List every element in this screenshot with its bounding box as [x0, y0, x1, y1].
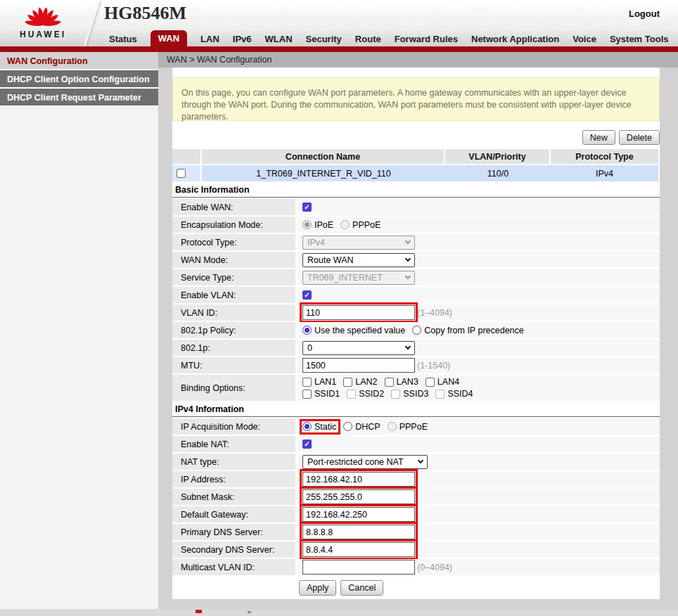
huawei-flower-icon	[22, 3, 64, 28]
logout-link[interactable]: Logout	[629, 8, 660, 19]
annotation-box	[300, 302, 418, 323]
field-label: IP Address:	[172, 471, 295, 487]
field-label: Multicast VLAN ID:	[172, 559, 295, 575]
tab-system-tools[interactable]: System Tools	[610, 31, 669, 47]
tab-route[interactable]: Route	[355, 31, 381, 47]
table-toolbar: New Delete	[172, 130, 660, 145]
sidebar-item-dhcp-client-option-configuration[interactable]: DHCP Client Option Configuration	[0, 70, 158, 89]
lan2-checkbox[interactable]: ✓	[343, 378, 352, 387]
field-label: Protocol Type:	[172, 234, 295, 250]
field-row-subnet-mask: Subnet Mask:	[172, 489, 660, 505]
field-row-protocol-type: Protocol Type: IPv4	[172, 234, 660, 250]
ssid4-checkbox: ✓	[435, 390, 444, 399]
connection-table: Connection Name VLAN/Priority Protocol T…	[172, 149, 660, 181]
connection-row-checkbox[interactable]: ✓	[177, 169, 186, 178]
lan4-checkbox[interactable]: ✓	[426, 378, 435, 387]
field-label: Encapsulation Mode:	[172, 217, 295, 233]
cell-protocol-type: IPv4	[551, 165, 658, 181]
copy-ip-precedence-radio[interactable]	[412, 326, 421, 335]
radio-label: PPPoE	[399, 422, 428, 432]
footer-text-fragment	[248, 611, 251, 613]
checkbox-label: LAN2	[355, 377, 377, 387]
apply-button[interactable]: Apply	[299, 580, 336, 596]
select-value: IPv4	[307, 238, 325, 248]
chevron-down-icon	[405, 344, 411, 349]
sidebar-item-dhcp-client-request-parameter[interactable]: DHCP Client Request Parameter	[0, 89, 158, 107]
field-row-secondary-dns: Secondary DNS Server:	[172, 541, 660, 558]
wan-mode-select[interactable]: Route WAN	[302, 253, 415, 267]
field-label: MTU:	[172, 357, 295, 373]
multicast-vlan-id-input[interactable]	[302, 560, 415, 575]
secondary-dns-input[interactable]	[302, 542, 415, 557]
pppoe-ip-radio	[388, 422, 397, 431]
checkbox-label: SSID1	[314, 389, 340, 399]
static-radio[interactable]	[302, 422, 312, 431]
dhcp-radio[interactable]	[343, 422, 352, 431]
field-row-service-type: Service Type: TR069_INTERNET	[172, 269, 660, 285]
table-header-connection-name: Connection Name	[202, 149, 445, 164]
service-type-select: TR069_INTERNET	[302, 271, 415, 285]
form-actions: Apply Cancel	[172, 577, 660, 596]
delete-button[interactable]: Delete	[619, 130, 660, 145]
checkbox-label: SSID4	[447, 389, 473, 399]
field-label: Service Type:	[172, 269, 295, 285]
section-ipv4-information: IPv4 Information	[172, 402, 660, 417]
mtu-input[interactable]	[302, 358, 415, 373]
tab-status[interactable]: Status	[109, 31, 137, 47]
field-row-nat-type: NAT type: Port-restricted cone NAT	[172, 454, 660, 470]
main-content: On this page, you can configure WAN port…	[158, 68, 678, 609]
table-header-checkbox-col	[172, 149, 202, 164]
ssid2-checkbox: ✓	[347, 390, 356, 399]
lan1-checkbox[interactable]: ✓	[302, 378, 312, 387]
field-label: 802.1p Policy:	[172, 322, 295, 338]
ssid1-checkbox[interactable]: ✓	[302, 390, 312, 399]
cell-connection-name: 1_TR069_INTERNET_R_VID_110	[202, 165, 445, 181]
tab-voice[interactable]: Voice	[573, 31, 596, 47]
field-hint: (0–4094)	[417, 563, 452, 572]
enable-wan-checkbox[interactable]: ✓	[302, 203, 312, 212]
chevron-down-icon	[405, 256, 411, 262]
field-label: Enable WAN:	[172, 199, 295, 215]
enable-vlan-checkbox[interactable]: ✓	[302, 290, 312, 300]
info-box: On this page, you can configure WAN port…	[172, 77, 660, 121]
tab-security[interactable]: Security	[306, 31, 342, 47]
field-hint: (1-1540)	[417, 361, 450, 371]
tab-wlan[interactable]: WLAN	[265, 31, 293, 47]
lan3-checkbox[interactable]: ✓	[385, 378, 394, 387]
checkbox-label: LAN3	[397, 377, 418, 387]
default-gateway-input[interactable]	[302, 507, 415, 522]
field-hint: (1–4094)	[417, 308, 452, 318]
primary-dns-input[interactable]	[302, 525, 415, 539]
pppoe-encap-radio	[340, 220, 350, 229]
nat-type-select[interactable]: Port-restricted cone NAT	[302, 455, 428, 469]
tab-forward-rules[interactable]: Forward Rules	[395, 31, 458, 47]
enable-nat-checkbox[interactable]: ✓	[302, 439, 312, 449]
tab-wan[interactable]: WAN	[151, 30, 187, 50]
select-value: TR069_INTERNET	[307, 273, 383, 283]
field-row-default-gateway: Default Gateway:	[172, 506, 660, 522]
chevron-down-icon	[405, 274, 411, 279]
subnet-mask-input[interactable]	[302, 489, 415, 504]
tab-network-application[interactable]: Network Application	[471, 31, 559, 47]
chevron-down-icon	[418, 458, 423, 463]
ssid3-checkbox: ✓	[391, 390, 400, 399]
field-row-primary-dns: Primary DNS Server:	[172, 524, 660, 540]
header: HUAWEI HG8546M Logout Status WAN LAN IPv…	[0, 0, 678, 52]
cancel-button[interactable]: Cancel	[340, 580, 383, 596]
huawei-logo: HUAWEI	[18, 3, 68, 39]
checkbox-label: LAN1	[314, 377, 336, 387]
vlan-id-input[interactable]	[302, 305, 415, 320]
field-label: Subnet Mask:	[172, 489, 295, 505]
select-value: Port-restricted cone NAT	[307, 457, 404, 467]
field-row-enable-nat: Enable NAT: ✓	[172, 436, 660, 452]
8021p-select[interactable]: 0	[302, 341, 415, 355]
sidebar-item-wan-configuration[interactable]: WAN Configuration	[0, 52, 158, 70]
ip-address-input[interactable]	[302, 472, 415, 487]
field-row-ip-acquisition-mode: IP Acquisition Mode: Static DHCP	[172, 418, 660, 435]
tab-ipv6[interactable]: IPv6	[233, 31, 252, 47]
new-button[interactable]: New	[582, 130, 615, 145]
field-row-8021p: 802.1p: 0	[172, 340, 660, 356]
tab-lan[interactable]: LAN	[200, 31, 219, 47]
use-specified-value-radio[interactable]	[302, 326, 312, 335]
table-header-vlan-priority: VLAN/Priority	[445, 149, 551, 164]
